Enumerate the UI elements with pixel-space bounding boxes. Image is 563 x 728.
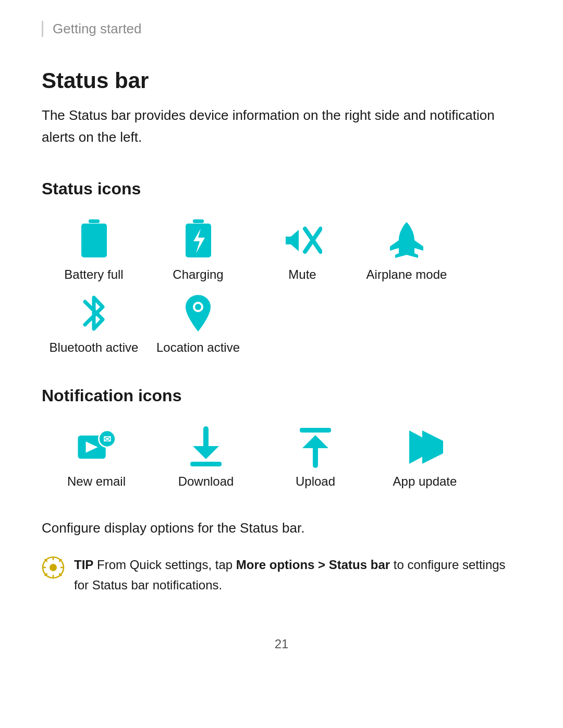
charging-label: Charging <box>173 267 223 282</box>
battery-full-label: Battery full <box>64 267 123 282</box>
intro-text: The Status bar provides device informati… <box>42 105 521 148</box>
svg-point-9 <box>195 304 201 310</box>
status-icon-mute: Mute <box>250 219 354 282</box>
svg-point-31 <box>50 564 57 571</box>
svg-marker-21 <box>422 430 443 464</box>
new-email-label: New email <box>67 474 126 489</box>
upload-label: Upload <box>296 474 335 489</box>
page-title: Status bar <box>42 68 521 93</box>
location-active-label: Location active <box>156 340 240 355</box>
tip-text-before: From Quick settings, tap <box>93 558 236 572</box>
airplane-mode-label: Airplane mode <box>366 267 447 282</box>
tip-label: TIP <box>74 558 93 572</box>
download-label: Download <box>178 474 234 489</box>
svg-rect-16 <box>190 462 222 466</box>
location-active-icon <box>177 292 219 334</box>
notification-icon-download: Download <box>151 426 261 489</box>
svg-rect-2 <box>193 219 204 223</box>
tip-box: TIP From Quick settings, tap More option… <box>42 555 521 595</box>
status-icon-location-active: Location active <box>146 292 250 355</box>
bluetooth-active-icon <box>73 292 115 334</box>
app-update-label: App update <box>393 474 457 489</box>
notification-icons-grid: ✉ New email Download Upload <box>42 426 521 489</box>
svg-marker-5 <box>286 230 299 251</box>
configure-text: Configure display options for the Status… <box>42 520 521 536</box>
status-icon-charging: Charging <box>146 219 250 282</box>
tip-bold-text: More options > Status bar <box>236 558 390 572</box>
notification-icon-app-update: App update <box>370 426 480 489</box>
breadcrumb: Getting started <box>42 21 521 37</box>
svg-rect-1 <box>81 224 107 257</box>
status-icon-bluetooth-active: Bluetooth active <box>42 292 146 355</box>
status-icons-heading: Status icons <box>42 179 521 199</box>
status-icon-battery-full: Battery full <box>42 219 146 282</box>
status-icon-airplane-mode: Airplane mode <box>354 219 459 282</box>
app-update-icon <box>404 426 446 468</box>
notification-icons-heading: Notification icons <box>42 386 521 405</box>
svg-rect-19 <box>300 428 331 433</box>
notification-icon-upload: Upload <box>261 426 370 489</box>
mute-icon <box>282 219 323 261</box>
download-icon <box>185 426 227 468</box>
tip-text-content: TIP From Quick settings, tap More option… <box>74 555 521 595</box>
airplane-mode-icon <box>386 219 427 261</box>
notification-icon-new-email: ✉ New email <box>42 426 151 489</box>
status-icons-grid: Battery full Charging Mute <box>42 219 521 355</box>
battery-full-icon <box>73 219 115 261</box>
svg-text:✉: ✉ <box>103 434 111 445</box>
page-number: 21 <box>42 637 521 651</box>
upload-icon <box>295 426 336 468</box>
charging-icon <box>177 219 219 261</box>
bluetooth-active-label: Bluetooth active <box>50 340 139 355</box>
mute-label: Mute <box>288 267 316 282</box>
svg-rect-0 <box>89 219 100 223</box>
svg-marker-18 <box>302 435 328 448</box>
new-email-icon: ✉ <box>76 426 117 468</box>
svg-marker-15 <box>193 446 219 459</box>
tip-icon <box>42 556 65 579</box>
